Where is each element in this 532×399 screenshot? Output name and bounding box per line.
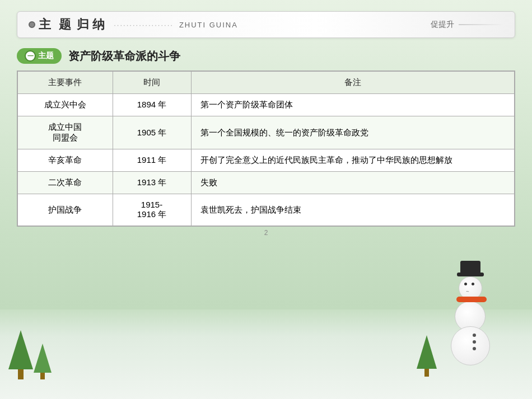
section-badge-label: 主题 [38,51,54,61]
tree-trunk [40,373,45,379]
header-banner: 主 题 归 纳 ··················· ZHUTI GUINA … [17,11,515,38]
header-guina-chars: 归 纳 [77,16,105,33]
section-title-row: 一 主题 资产阶级革命派的斗争 [17,48,515,64]
header-right-decoration [459,24,503,25]
table-row: 成立兴中会1894 年第一个资产阶级革命团体 [17,94,515,116]
table-row: 二次革命1913 年失败 [17,172,515,194]
table-body: 成立兴中会1894 年第一个资产阶级革命团体成立中国 同盟会1905 年第一个全… [17,94,515,227]
snowman-scarf [456,297,487,302]
header-dot-icon [29,21,35,28]
cell-event: 成立中国 同盟会 [17,116,113,149]
tree-trunk [18,369,24,379]
snowman-button-1 [473,334,476,337]
main-content: 主 题 归 纳 ··················· ZHUTI GUINA … [17,11,515,237]
table-row: 成立中国 同盟会1905 年第一个全国规模的、统一的资产阶级革命政党 [17,116,515,149]
section-badge: 一 主题 [17,48,62,64]
main-table: 主要事件 时间 备注 成立兴中会1894 年第一个资产阶级革命团体成立中国 同盟… [17,71,515,227]
tree-top [8,330,33,369]
cell-time: 1913 年 [113,172,191,194]
table-header: 主要事件 时间 备注 [17,71,515,94]
snowman-buttons [473,334,476,354]
col-header-time: 时间 [113,71,191,94]
header-zhuti-text: 主 题 [39,16,73,33]
cell-event: 二次革命 [17,172,113,194]
header-right-label: 促提升 [431,20,454,30]
cell-note: 开创了完全意义上的近代民族民主革命，推动了中华民族的思想解放 [191,149,515,172]
snowman-body-bottom [451,326,490,365]
snowman-eyes [464,283,474,285]
cell-note: 袁世凯死去，护国战争结束 [191,194,515,227]
snowman: ～ [448,261,487,365]
snowman-smile: ～ [465,288,470,294]
tree-top [34,344,52,373]
table-row: 辛亥革命1911 年开创了完全意义上的近代民族民主革命，推动了中华民族的思想解放 [17,149,515,172]
cell-event: 成立兴中会 [17,94,113,116]
tree-right [417,335,437,377]
snowman-button-2 [473,340,476,344]
table-row: 护国战争1915- 1916 年袁世凯死去，护国战争结束 [17,194,515,227]
header-subtitle: ZHUTI GUINA [179,21,238,29]
section-badge-circle: 一 [25,50,36,62]
tree-trunk [424,369,429,377]
header-right: 促提升 [431,20,503,30]
col-header-note: 备注 [191,71,515,94]
header-left: 主 题 归 纳 ··················· ZHUTI GUINA [29,16,238,33]
cell-event: 辛亥革命 [17,149,113,172]
cell-time: 1915- 1916 年 [113,194,191,227]
cell-note: 失败 [191,172,515,194]
cell-note: 第一个全国规模的、统一的资产阶级革命政党 [191,116,515,149]
cell-note: 第一个资产阶级革命团体 [191,94,515,116]
cell-time: 1905 年 [113,116,191,149]
snowman-hat [460,261,480,276]
section-main-title: 资产阶级革命派的斗争 [68,49,180,64]
table-header-row: 主要事件 时间 备注 [17,71,515,94]
col-header-event: 主要事件 [17,71,113,94]
cell-time: 1911 年 [113,149,191,172]
tree-left-1 [8,330,33,379]
tree-top [417,335,437,369]
cell-event: 护国战争 [17,194,113,227]
header-dots: ··················· [114,21,174,29]
snowman-eye-left [464,283,467,285]
cell-time: 1894 年 [113,94,191,116]
snowman-eye-right [472,283,474,285]
page-number: 2 [17,229,515,237]
snowman-button-3 [473,347,476,350]
section-badge-symbol: 一 [27,52,34,60]
tree-left-2 [34,344,52,379]
